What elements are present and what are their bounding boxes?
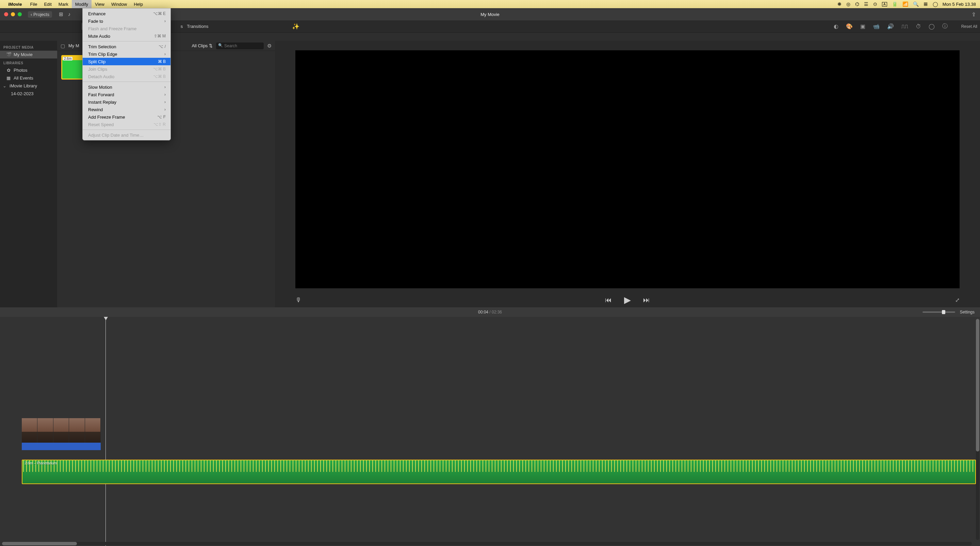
equalizer-icon[interactable]: ⎍⎍ [901,24,908,30]
menu-item-slow-motion[interactable]: Slow Motion› [83,83,170,91]
status-icon[interactable]: ❋ [837,2,842,7]
siri-icon[interactable]: ◯ [933,2,938,7]
menubar-clock[interactable]: Mon 5 Feb 13.38 [943,2,976,7]
menu-item-join-clips: Join Clips⌥⌘ B [83,65,170,73]
viewer-controls: 🎙 ⏮ ▶ ⏭ ⤢ [275,292,980,307]
sidebar-item-photos[interactable]: ✿ Photos [0,66,57,74]
voiceover-icon[interactable]: 🎙 [295,297,301,303]
menu-item-mute-audio[interactable]: Mute Audio⇧⌘ M [83,32,170,40]
next-button[interactable]: ⏭ [643,296,650,304]
menu-modify[interactable]: Modify [72,0,92,8]
menu-edit[interactable]: Edit [40,0,55,8]
audio-view-icon[interactable]: ♪ [68,11,71,17]
menu-item-shortcut: ⇧⌘ M [154,34,166,38]
window-title: My Movie [480,12,500,17]
search-input[interactable] [216,43,264,49]
spotlight-icon[interactable]: 🔍 [913,2,919,7]
battery-icon[interactable]: 🔋 [892,2,898,7]
sidebar-item-label: My Movie [14,52,33,57]
play-button[interactable]: ▶ [624,295,631,305]
color-balance-icon[interactable]: ◐ [834,23,838,30]
menu-item-trim-clip-edge[interactable]: Trim Clip Edge› [83,50,170,58]
crop-icon[interactable]: ▣ [860,23,865,30]
menu-help[interactable]: Help [130,0,146,8]
menu-mark[interactable]: Mark [55,0,72,8]
status-icon[interactable]: A [882,2,887,6]
timeline-h-scrollbar[interactable] [2,542,972,545]
media-view-icon[interactable]: ⊞ [59,11,63,17]
menu-item-label: Split Clip [88,59,158,64]
menu-file[interactable]: File [27,0,40,8]
timeline-settings-button[interactable]: Settings [960,310,975,314]
fullscreen-icon[interactable]: ⤢ [955,297,959,303]
gear-icon[interactable]: ⚙ [267,43,272,49]
menu-item-label: Slow Motion [88,85,164,90]
menu-item-fast-forward[interactable]: Fast Forward› [83,91,170,98]
menu-item-add-freeze-frame[interactable]: Add Freeze Frame⌥ F [83,113,170,121]
menu-item-label: Trim Selection [88,44,159,49]
menu-item-instant-replay[interactable]: Instant Replay› [83,98,170,106]
share-icon[interactable]: ⇪ [972,11,976,17]
zoom-slider[interactable] [923,311,955,313]
reset-all-button[interactable]: Reset All [961,24,977,29]
chevron-right-icon: › [164,107,166,112]
thumbnail-duration: 2.6m [63,57,73,60]
menu-item-shortcut: ⌥ / [159,44,166,49]
wifi-icon[interactable]: 📶 [902,2,908,7]
timeline[interactable]: 2.6m – Planetarium [0,317,980,546]
menu-item-label: Instant Replay [88,100,164,105]
control-center-icon[interactable]: 𝌆 [924,2,928,7]
menu-item-label: Rewind [88,107,164,112]
video-clip[interactable] [22,418,101,450]
tab-transitions[interactable]: Transitions [183,22,212,30]
color-correct-icon[interactable]: 🎨 [846,23,853,30]
menu-window[interactable]: Window [108,0,130,8]
sidebar-item-all-events[interactable]: ▦ All Events [0,74,57,82]
enhance-wand-icon[interactable]: ✨ [292,23,299,30]
info-icon[interactable]: ⓘ [942,23,948,30]
timeline-v-scrollbar[interactable] [976,319,979,540]
menu-item-fade-to[interactable]: Fade to› [83,17,170,25]
menu-item-enhance[interactable]: Enhance⌥⌘ E [83,10,170,17]
modify-dropdown: Enhance⌥⌘ EFade to›Flash and Freeze Fram… [82,8,171,140]
adjustment-icons: ◐ 🎨 ▣ 📹 🔊 ⎍⎍ ⏱ ◯ ⓘ [834,23,948,30]
status-icon[interactable]: ◎ [846,2,850,7]
audio-clip[interactable]: 2.6m – Planetarium [22,460,976,484]
status-icon[interactable]: ⌬ [855,2,859,7]
browser-crumb[interactable]: My M [68,43,79,48]
menu-item-shortcut: ⌘ B [158,59,166,64]
stabilize-icon[interactable]: 📹 [873,23,880,30]
filter-icon[interactable]: ◯ [929,23,935,30]
sidebar-toggle-icon[interactable]: ▢ [60,43,65,49]
menu-view[interactable]: View [92,0,108,8]
menu-item-split-clip[interactable]: Split Clip⌘ B [83,58,170,65]
sidebar-item-imovie-library[interactable]: ⌄ iMovie Library [0,82,57,90]
audio-waveform [22,460,975,483]
playhead[interactable] [105,317,106,546]
menu-item-trim-selection[interactable]: Trim Selection⌥ / [83,43,170,50]
menu-item-rewind[interactable]: Rewind› [83,106,170,113]
chevron-right-icon: › [164,92,166,97]
status-icon[interactable]: ☰ [864,2,869,7]
status-icon[interactable]: ⊙ [873,2,877,7]
volume-icon[interactable]: 🔊 [887,23,894,30]
disclosure-triangle-icon[interactable]: ⌄ [3,83,6,88]
minimize-button[interactable] [11,12,15,16]
sidebar-item-my-movie[interactable]: 🎬 My Movie [0,51,57,59]
time-total: 02:36 [492,310,502,314]
menu-item-detach-audio: Detach Audio⌥⌘ B [83,73,170,80]
sidebar-item-label: 14-02-2023 [11,91,34,96]
menu-item-shortcut: ⌥⌘ B [153,74,166,79]
app-name[interactable]: iMovie [8,2,22,7]
sidebar-item-event-date[interactable]: 14-02-2023 [0,90,57,98]
speed-icon[interactable]: ⏱ [916,24,921,30]
zoom-button[interactable] [18,12,22,16]
close-button[interactable] [4,12,8,16]
clips-filter-dropdown[interactable]: All Clips ⇅ [192,43,213,48]
viewer-canvas[interactable] [295,50,959,288]
prev-button[interactable]: ⏮ [605,296,612,304]
menu-item-label: Enhance [88,11,153,16]
menu-item-shortcut: ⌥⌘ E [153,11,166,16]
back-to-projects-button[interactable]: ‹ Projects [28,11,52,17]
menu-item-shortcut: ⌥⇧ R [153,122,166,127]
